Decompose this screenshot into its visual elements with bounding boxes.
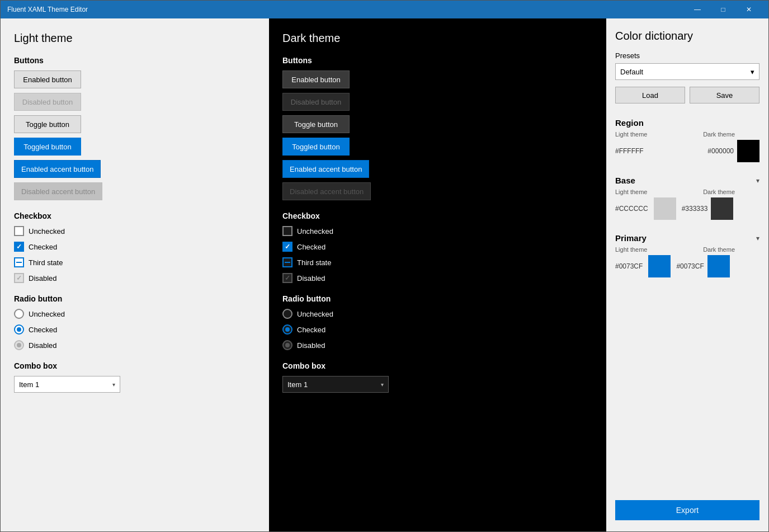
light-combo-label: Combo box	[14, 361, 256, 370]
primary-dark-swatch[interactable]	[707, 255, 730, 277]
color-panel-title: Color dictionary	[615, 30, 759, 43]
light-checkbox-third-state[interactable]: Third state	[14, 257, 256, 267]
dark-toggle-button[interactable]: Toggle button	[282, 115, 350, 133]
dark-buttons-label: Buttons	[282, 56, 593, 65]
light-checkbox-group: Unchecked ✓ Checked Third state ✓	[14, 226, 256, 283]
light-combo-value: Item 1	[19, 380, 39, 389]
dark-checkbox-disabled-box: ✓	[282, 273, 292, 283]
light-checkbox-unchecked-box[interactable]	[14, 226, 24, 236]
light-checkbox-checked[interactable]: ✓ Checked	[14, 242, 256, 252]
light-toggle-button[interactable]: Toggle button	[14, 115, 81, 133]
light-checkbox-disabled-box: ✓	[14, 273, 24, 283]
dark-checkbox-label: Checkbox	[282, 211, 593, 220]
dark-radio-checked[interactable]: Checked	[282, 324, 593, 335]
base-divider: Base ▾	[615, 176, 759, 185]
dark-checkbox-unchecked-box[interactable]	[282, 226, 292, 236]
dark-third-state-icon	[285, 262, 290, 263]
base-section: Base ▾ Light theme Dark theme #CCCCCC #3…	[615, 170, 759, 220]
dark-radio-disabled-circle	[282, 340, 292, 350]
main-content: Light theme Buttons Enabled button Disab…	[1, 18, 768, 531]
light-radio-disabled-circle	[14, 340, 24, 350]
dark-radio-unchecked[interactable]: Unchecked	[282, 309, 593, 319]
dark-checkbox-unchecked-label: Unchecked	[297, 227, 333, 236]
dark-checkbox-third-state[interactable]: Third state	[282, 257, 593, 267]
dark-checkbox-checked-label: Checked	[297, 243, 325, 251]
primary-divider: Primary ▾	[615, 233, 759, 243]
region-section: Region Light theme Dark theme #FFFFFF #0…	[615, 112, 759, 162]
disabled-radio-dot	[17, 343, 21, 347]
primary-light-hex: #0073CF	[615, 262, 643, 270]
light-radio-disabled: Disabled	[14, 340, 256, 350]
dark-enabled-accent-button[interactable]: Enabled accent button	[282, 160, 369, 178]
light-checkbox-third-state-box[interactable]	[14, 257, 24, 267]
dark-combo-box[interactable]: Item 1 ▾	[282, 376, 389, 393]
dark-checkbox-checked-box[interactable]: ✓	[282, 242, 292, 252]
light-toggled-button[interactable]: Toggled button	[14, 138, 81, 156]
light-checkbox-unchecked-label: Unchecked	[29, 227, 65, 236]
app-title: Fluent XAML Theme Editor	[7, 6, 685, 13]
dark-checkbox-group: Unchecked ✓ Checked Third state ✓	[282, 226, 593, 283]
dark-checkbox-disabled: ✓ Disabled	[282, 273, 593, 283]
light-radio-checked[interactable]: Checked	[14, 324, 256, 335]
maximize-button[interactable]: □	[710, 1, 736, 18]
load-button[interactable]: Load	[615, 87, 685, 103]
light-checkbox-third-label: Third state	[29, 258, 63, 267]
light-radio-disabled-label: Disabled	[29, 341, 57, 350]
dark-checkbox-unchecked[interactable]: Unchecked	[282, 226, 593, 236]
base-color-row: #CCCCCC #333333	[615, 197, 759, 220]
light-button-group: Enabled button Disabled button Toggle bu…	[14, 70, 256, 200]
dark-toggled-button[interactable]: Toggled button	[282, 138, 350, 156]
dark-radio-disabled-label: Disabled	[297, 341, 325, 350]
presets-label: Presets	[615, 51, 759, 60]
dark-disabled-accent-button: Disabled accent button	[282, 182, 371, 200]
dark-theme-panel: Dark theme Buttons Enabled button Disabl…	[269, 18, 606, 531]
light-checkbox-label: Checkbox	[14, 211, 256, 220]
base-light-swatch[interactable]	[654, 197, 676, 220]
light-checkbox-checked-label: Checked	[29, 243, 57, 251]
light-checkbox-unchecked[interactable]: Unchecked	[14, 226, 256, 236]
dark-checkbox-third-label: Third state	[297, 258, 331, 267]
primary-collapse-icon[interactable]: ▾	[756, 234, 759, 242]
region-divider: Region	[615, 118, 759, 128]
light-enabled-button[interactable]: Enabled button	[14, 70, 81, 88]
light-disabled-accent-button: Disabled accent button	[14, 182, 102, 200]
base-dark-swatch[interactable]	[711, 197, 733, 220]
titlebar: Fluent XAML Theme Editor — □ ✕	[1, 1, 768, 18]
base-label: Base	[615, 176, 635, 185]
save-button[interactable]: Save	[690, 87, 759, 103]
light-combo-box[interactable]: Item 1 ▾	[14, 376, 120, 393]
dark-disabled-button: Disabled button	[282, 93, 350, 111]
base-collapse-icon[interactable]: ▾	[756, 177, 759, 185]
light-radio-unchecked-circle[interactable]	[14, 309, 24, 319]
disabled-check-icon: ✓	[16, 274, 22, 282]
dark-enabled-button[interactable]: Enabled button	[282, 70, 350, 88]
light-radio-checked-circle[interactable]	[14, 324, 24, 335]
minimize-button[interactable]: —	[685, 1, 710, 18]
check-icon: ✓	[16, 243, 22, 251]
dark-radio-disabled: Disabled	[282, 340, 593, 350]
primary-light-swatch[interactable]	[648, 255, 671, 277]
dark-checkbox-third-state-box[interactable]	[282, 257, 292, 267]
preset-arrow-icon: ▾	[751, 68, 754, 76]
region-light-hex: #FFFFFF	[615, 147, 644, 155]
light-enabled-accent-button[interactable]: Enabled accent button	[14, 160, 101, 178]
light-checkbox-checked-box[interactable]: ✓	[14, 242, 24, 252]
export-button[interactable]: Export	[615, 500, 759, 520]
light-radio-checked-label: Checked	[29, 326, 57, 334]
dark-checkbox-checked[interactable]: ✓ Checked	[282, 242, 593, 252]
light-radio-unchecked[interactable]: Unchecked	[14, 309, 256, 319]
dark-button-group: Enabled button Disabled button Toggle bu…	[282, 70, 593, 200]
presets-dropdown[interactable]: Default ▾	[615, 63, 759, 80]
dark-radio-group: Unchecked Checked Disabled	[282, 309, 593, 350]
region-color-row: #FFFFFF #000000	[615, 140, 759, 162]
dark-radio-unchecked-circle[interactable]	[282, 309, 292, 319]
primary-color-row: #0073CF #0073CF	[615, 255, 759, 277]
dark-radio-checked-circle[interactable]	[282, 324, 292, 335]
close-button[interactable]: ✕	[736, 1, 762, 18]
radio-dot-icon	[17, 327, 21, 332]
region-dark-swatch[interactable]	[737, 140, 759, 162]
dark-radio-dot-icon	[285, 327, 290, 332]
base-dark-hex: #333333	[682, 205, 708, 213]
dark-combo-arrow-icon: ▾	[381, 382, 384, 388]
dark-checkbox-disabled-label: Disabled	[297, 274, 325, 283]
